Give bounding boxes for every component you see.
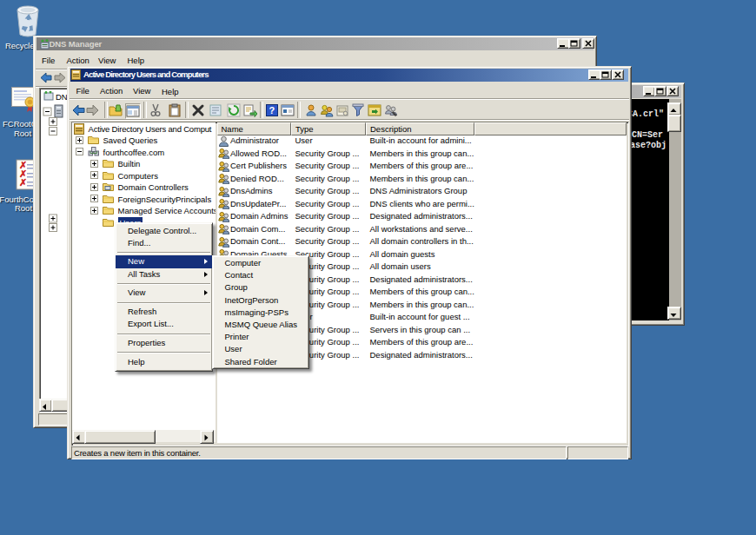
svg-text:?: ? [269,105,275,116]
svg-text:✗: ✗ [19,177,27,188]
